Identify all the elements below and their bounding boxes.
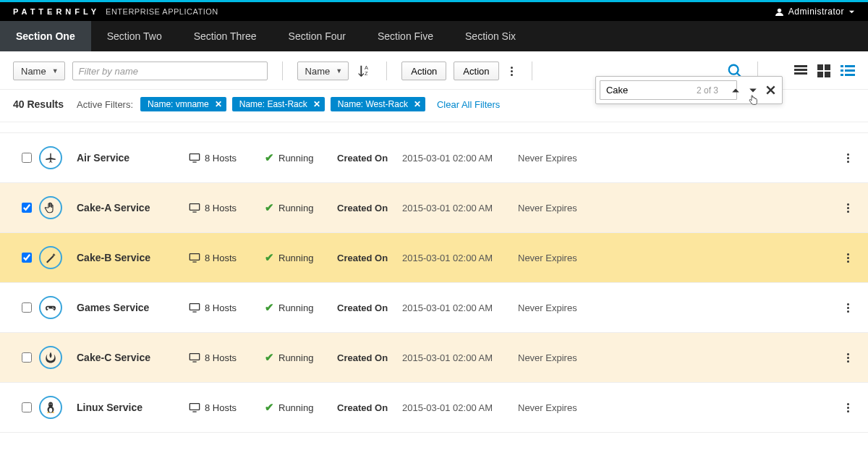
find-close-button[interactable]	[763, 84, 778, 96]
find-input[interactable]	[600, 80, 737, 100]
nav-item[interactable]: Section Four	[273, 21, 362, 51]
card-view-icon[interactable]	[817, 64, 830, 77]
row-kebab[interactable]	[843, 400, 854, 415]
filter-chip: Name: vmname✕	[140, 97, 226, 111]
service-icon-circle	[39, 146, 62, 169]
row-checkbox[interactable]	[22, 203, 32, 213]
row-checkbox[interactable]	[22, 402, 32, 412]
row-kebab[interactable]	[843, 200, 854, 216]
svg-rect-11	[825, 72, 830, 77]
action-button-1[interactable]: Action	[401, 62, 446, 80]
wand-icon	[44, 251, 57, 264]
view-switcher	[794, 64, 855, 77]
svg-rect-5	[794, 65, 807, 67]
svg-rect-39	[190, 404, 199, 410]
list-row[interactable]: Air Service8 Hosts✔RunningCreated On2015…	[0, 132, 868, 182]
row-checkbox[interactable]	[22, 153, 32, 163]
table-view-icon[interactable]	[794, 64, 807, 77]
created-value: 2015-03-01 02:00 AM	[402, 402, 518, 413]
svg-rect-14	[841, 69, 843, 72]
list-row[interactable]: Games Service8 Hosts✔RunningCreated On20…	[0, 282, 868, 332]
sort-field-select[interactable]: Name ▼	[297, 62, 349, 80]
chevron-down-icon	[848, 9, 855, 15]
chip-remove-icon[interactable]: ✕	[313, 99, 320, 109]
check-icon: ✔	[265, 151, 274, 164]
svg-rect-6	[794, 69, 807, 71]
row-checkbox[interactable]	[22, 253, 32, 263]
svg-rect-22	[190, 204, 199, 211]
svg-rect-12	[841, 65, 843, 67]
chip-remove-icon[interactable]: ✕	[414, 99, 421, 109]
svg-rect-32	[190, 354, 199, 360]
gamepad-icon	[44, 301, 57, 314]
brand-name: PATTERNFLY	[13, 7, 100, 16]
filter-chip: Name: West-Rack✕	[331, 97, 425, 111]
list-row[interactable]: Cake-A Service8 Hosts✔RunningCreated On2…	[0, 182, 868, 232]
brand-subtitle: ENTERPRISE APPLICATION	[106, 7, 218, 16]
created-value: 2015-03-01 02:00 AM	[402, 153, 518, 164]
check-icon: ✔	[265, 351, 274, 364]
created-value: 2015-03-01 02:00 AM	[402, 302, 518, 313]
user-icon	[775, 7, 784, 17]
svg-point-37	[49, 404, 50, 405]
row-kebab[interactable]	[843, 250, 854, 266]
check-icon: ✔	[265, 301, 274, 314]
chevron-up-icon	[731, 86, 740, 95]
service-name: Cake-B Service	[77, 252, 189, 263]
created-label: Created On	[337, 253, 402, 263]
nav-item[interactable]: Section Six	[449, 21, 532, 51]
sort-direction-button[interactable]: AZ	[356, 63, 372, 79]
nav-item[interactable]: Section Five	[362, 21, 449, 51]
chip-remove-icon[interactable]: ✕	[215, 99, 222, 109]
expires-value: Never Expires	[518, 402, 577, 413]
filter-input[interactable]	[72, 62, 268, 80]
nav-item[interactable]: Section Two	[91, 21, 178, 51]
svg-rect-7	[794, 72, 807, 75]
svg-rect-16	[841, 74, 843, 76]
service-name: Air Service	[77, 152, 189, 164]
list-row[interactable]: Linux Service8 Hosts✔RunningCreated On20…	[0, 382, 868, 433]
chevron-down-icon	[749, 86, 757, 95]
tux-icon	[44, 401, 57, 414]
find-box: 2 of 3	[595, 76, 783, 104]
status-cell: ✔Running	[265, 401, 337, 414]
list-row[interactable]: Cake-C Service8 Hosts✔RunningCreated On2…	[0, 332, 868, 382]
row-checkbox-cell	[14, 203, 39, 213]
svg-point-28	[52, 307, 54, 308]
filter-chip: Name: East-Rack✕	[232, 97, 325, 111]
svg-rect-15	[845, 69, 855, 72]
active-filters-label: Active Filters:	[77, 99, 133, 110]
row-kebab[interactable]	[843, 300, 854, 316]
caret-down-icon: ▼	[52, 67, 59, 75]
monitor-icon	[189, 203, 200, 213]
row-checkbox[interactable]	[22, 352, 32, 363]
toolbar-kebab[interactable]	[506, 64, 517, 79]
plane-icon	[44, 151, 57, 164]
list-row[interactable]: Cake-B Service8 Hosts✔RunningCreated On2…	[0, 232, 868, 282]
status-cell: ✔Running	[265, 201, 337, 214]
row-kebab[interactable]	[843, 350, 854, 365]
created-label: Created On	[337, 352, 402, 363]
svg-rect-10	[817, 72, 823, 77]
chip-label: Name: East-Rack	[239, 99, 307, 109]
monitor-icon	[189, 153, 200, 163]
row-checkbox[interactable]	[22, 302, 32, 313]
user-menu[interactable]: Administrator	[775, 7, 855, 17]
row-kebab[interactable]	[843, 151, 854, 166]
svg-rect-8	[817, 64, 823, 70]
check-icon: ✔	[265, 201, 274, 214]
action-button-2[interactable]: Action	[454, 62, 498, 80]
status-cell: ✔Running	[265, 251, 337, 264]
monitor-icon	[189, 402, 200, 412]
nav-item[interactable]: Section Three	[178, 21, 273, 51]
service-icon-circle	[39, 196, 62, 219]
filter-field-select[interactable]: Name ▼	[13, 62, 65, 80]
chip-label: Name: vmname	[148, 99, 209, 109]
hosts-cell: 8 Hosts	[189, 253, 265, 263]
find-next-button[interactable]	[746, 85, 760, 96]
hosts-cell: 8 Hosts	[189, 203, 265, 213]
clear-all-filters[interactable]: Clear All Filters	[437, 99, 500, 110]
list-view-icon[interactable]	[841, 64, 855, 77]
find-prev-button[interactable]	[728, 85, 743, 96]
nav-item[interactable]: Section One	[0, 21, 91, 51]
